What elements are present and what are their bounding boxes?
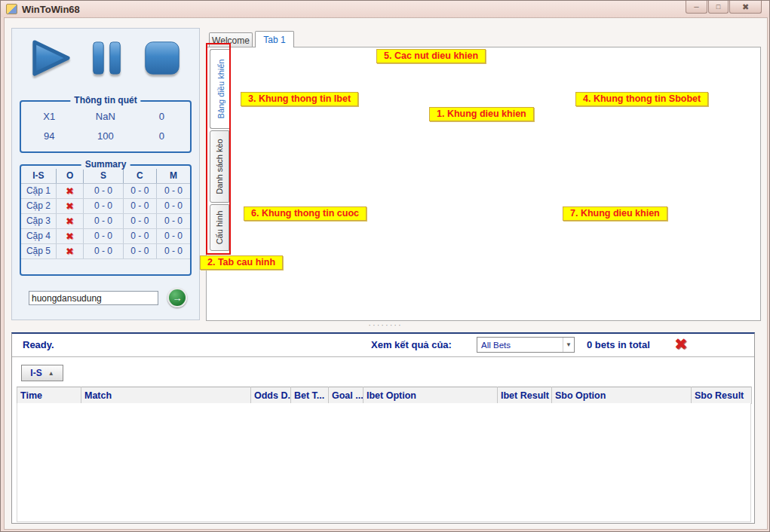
scan-value: 100 xyxy=(78,130,134,142)
scan-info-group: Thông tin quét X1 NaN 0 94 100 0 xyxy=(20,100,192,153)
annotation-4: 4. Khung thong tin Sbobet xyxy=(575,92,708,106)
summary-header: S xyxy=(84,169,123,183)
col-header-ibet-result[interactable]: Ibet Result xyxy=(498,387,552,404)
go-arrow-icon: → xyxy=(173,292,183,304)
scan-value: 0 xyxy=(133,130,190,142)
side-tab-danh-sach-keo[interactable]: Danh sách kèo xyxy=(210,130,229,203)
summary-group: Summary I-S O S C M Cặp 1 ✖ 0 - 0 0 - 0 … xyxy=(20,164,192,276)
pause-button[interactable] xyxy=(89,38,125,78)
tab-welcome[interactable]: Welcome xyxy=(209,32,253,47)
col-header-sbo-option[interactable]: Sbo Option xyxy=(552,387,692,404)
maximize-button[interactable]: □ xyxy=(708,1,729,14)
pair-label: Cặp 3 xyxy=(21,213,56,228)
pair-label: Cặp 1 xyxy=(21,183,56,198)
cross-icon: ✖ xyxy=(66,185,74,197)
bets-filter-dropdown[interactable]: All Bets ▼ xyxy=(477,337,575,353)
window-title: WinToWin68 xyxy=(22,4,80,15)
col-header-ibet-option[interactable]: Ibet Option xyxy=(364,387,498,404)
clear-results-icon[interactable]: ✖ xyxy=(674,335,688,353)
annotation-5: 5. Cac nut dieu khien xyxy=(376,49,486,63)
splitter-handle[interactable]: ········ xyxy=(355,320,416,329)
scan-info-title: Thông tin quét xyxy=(70,95,140,105)
results-table-body xyxy=(17,403,751,522)
pair-label: Cặp 5 xyxy=(21,243,56,258)
tab1-page xyxy=(206,47,761,321)
guide-link-input[interactable] xyxy=(29,291,158,305)
dropdown-arrow-icon: ▼ xyxy=(563,338,574,352)
summary-row: Cặp 4 ✖ 0 - 0 0 - 0 0 - 0 xyxy=(21,228,190,243)
go-button[interactable]: → xyxy=(167,288,187,307)
sort-up-icon: ▲ xyxy=(48,370,54,377)
summary-row: Cặp 2 ✖ 0 - 0 0 - 0 0 - 0 xyxy=(21,198,190,213)
summary-row: Cặp 1 ✖ 0 - 0 0 - 0 0 - 0 xyxy=(21,183,190,198)
summary-table: I-S O S C M Cặp 1 ✖ 0 - 0 0 - 0 0 - 0 Cặ… xyxy=(21,169,190,259)
col-header-match[interactable]: Match xyxy=(81,387,251,404)
annotation-3: 3. Khung thong tin Ibet xyxy=(241,92,358,106)
scan-value: NaN xyxy=(78,111,134,122)
scan-value: X1 xyxy=(21,111,78,122)
minimize-button[interactable]: ─ xyxy=(686,1,707,14)
app-icon xyxy=(6,4,17,14)
col-header-sbo-result[interactable]: Sbo Result xyxy=(692,387,752,404)
col-header-time[interactable]: Time xyxy=(17,387,81,404)
pair-label: Cặp 2 xyxy=(21,198,56,213)
scan-value: 94 xyxy=(21,130,78,142)
summary-title: Summary xyxy=(81,159,130,170)
bets-total-text: 0 bets in total xyxy=(587,339,650,350)
is-sort-button[interactable]: I-S ▲ xyxy=(21,365,63,381)
col-header-odds[interactable]: Odds D... xyxy=(251,387,291,404)
app-window: WinToWin68 ─ □ ✖ Thông tin quét xyxy=(0,0,770,532)
title-bar: WinToWin68 ─ □ ✖ xyxy=(1,1,769,17)
summary-header: M xyxy=(157,169,190,183)
stop-button[interactable] xyxy=(142,38,183,78)
summary-header: I-S xyxy=(21,169,56,183)
left-control-panel: Thông tin quét X1 NaN 0 94 100 0 Summary xyxy=(11,28,200,320)
cross-icon: ✖ xyxy=(66,246,74,257)
annotation-6: 6. Khung thong tin cuoc xyxy=(244,206,367,221)
annotation-1: 1. Khung dieu khien xyxy=(429,107,534,121)
results-status-text: Ready. xyxy=(23,339,54,350)
cross-icon: ✖ xyxy=(66,200,74,212)
cross-icon: ✖ xyxy=(66,216,74,227)
start-button[interactable] xyxy=(29,38,72,78)
tab-tab1[interactable]: Tab 1 xyxy=(255,31,294,47)
summary-header: C xyxy=(123,169,156,183)
col-header-goal[interactable]: Goal ... xyxy=(329,387,364,404)
side-tab-cau-hinh[interactable]: Cấu hình xyxy=(210,204,229,251)
annotation-7: 7. Khung dieu khien xyxy=(563,206,667,221)
annotation-2: 2. Tab cau hinh xyxy=(200,255,283,270)
filter-label: Xem kết quả của: xyxy=(371,339,452,350)
summary-header: O xyxy=(56,169,83,183)
results-table: Time Match Odds D... Bet T... Goal ... I… xyxy=(17,387,752,404)
col-header-bet-type[interactable]: Bet T... xyxy=(291,387,329,404)
summary-row: Cặp 5 ✖ 0 - 0 0 - 0 0 - 0 xyxy=(21,243,190,258)
side-tab-bang-dieu-khien[interactable]: Bảng điều khiển xyxy=(210,49,231,129)
cross-icon: ✖ xyxy=(66,231,74,242)
summary-row: Cặp 3 ✖ 0 - 0 0 - 0 0 - 0 xyxy=(21,213,190,228)
pair-label: Cặp 4 xyxy=(21,228,56,243)
scan-value: 0 xyxy=(133,111,190,122)
close-button[interactable]: ✖ xyxy=(729,1,762,14)
results-panel: Ready. Xem kết quả của: All Bets ▼ 0 bet… xyxy=(11,332,755,524)
